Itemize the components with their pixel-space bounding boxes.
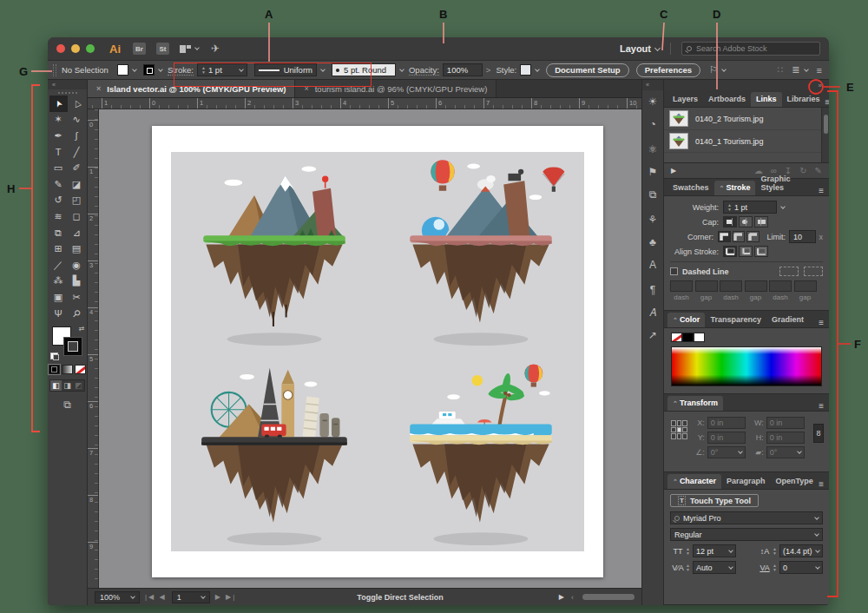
panel-menu-icon[interactable]: ≡ xyxy=(819,480,824,489)
tab-color[interactable]: ⌃Color xyxy=(667,313,705,327)
adobe-stock-search-input[interactable]: Search Adobe Stock xyxy=(681,42,820,56)
w-input[interactable]: 0 in xyxy=(766,417,805,429)
vertical-ruler[interactable]: 0123456789 xyxy=(88,109,99,588)
pin-icon[interactable]: ⚐ xyxy=(709,64,718,76)
toolbar-drag-handle[interactable] xyxy=(58,92,77,94)
tab-artboards[interactable]: Artboards xyxy=(703,92,751,107)
bridge-button[interactable]: Br xyxy=(133,43,146,55)
hand-tool[interactable]: Ψ xyxy=(49,306,68,322)
line-segment-tool[interactable]: ╱ xyxy=(68,144,86,161)
style-chevron-icon[interactable] xyxy=(535,67,540,72)
tab-paragraph[interactable]: Paragraph xyxy=(721,474,771,489)
grid-icon[interactable]: ∷ xyxy=(777,64,783,76)
tab-opentype[interactable]: OpenType xyxy=(770,474,818,489)
artboard-number-field[interactable]: 1 xyxy=(172,591,210,603)
reference-point-locator[interactable] xyxy=(671,420,687,439)
stroke-color-swatch[interactable] xyxy=(143,64,155,76)
status-back-icon[interactable]: ‹ xyxy=(571,593,574,602)
width-tool[interactable]: ≋ xyxy=(49,208,68,225)
island-landmarks-artwork[interactable] xyxy=(183,357,365,546)
black-swatch[interactable] xyxy=(682,333,694,342)
align-outside-button[interactable] xyxy=(754,246,768,257)
shaper-tool[interactable]: ✎ xyxy=(49,176,68,193)
panel-drag-handle[interactable] xyxy=(53,64,56,76)
tab-libraries[interactable]: Libraries xyxy=(782,92,825,107)
none-swatch[interactable] xyxy=(671,333,682,342)
color-button[interactable] xyxy=(49,365,60,374)
scale-tool[interactable]: ◰ xyxy=(68,193,86,209)
h-input[interactable]: 0 in xyxy=(766,432,805,444)
free-transform-tool[interactable]: ◻ xyxy=(68,208,86,225)
fill-chevron-icon[interactable] xyxy=(132,67,137,72)
zoom-tool[interactable]: ⚲ xyxy=(68,306,86,322)
opacity-submenu-arrow[interactable]: > xyxy=(486,65,491,75)
export-icon[interactable]: ↗ xyxy=(643,325,662,346)
first-artboard-icon[interactable]: |◀ ◀ xyxy=(145,593,167,601)
tab-swatches[interactable]: Swatches xyxy=(667,181,714,195)
tracking-input[interactable]: 0 xyxy=(779,561,823,574)
projecting-cap-button[interactable] xyxy=(754,216,768,227)
0140_2 Tourism.jpg[interactable]: 0140_2 Tourism.jpg xyxy=(664,108,821,130)
brush-definition-field[interactable]: 5 pt. Round xyxy=(332,63,396,76)
panel-expand-icon[interactable]: » xyxy=(664,80,829,90)
font-family-field[interactable]: Myriad Pro xyxy=(670,511,823,524)
magic-wand-tool[interactable]: ✶ xyxy=(49,112,68,129)
zoom-window-button[interactable] xyxy=(86,44,95,53)
type-tool[interactable]: T xyxy=(49,144,68,161)
arrange-documents-button[interactable] xyxy=(180,45,199,53)
change-screen-mode-icon[interactable]: ⧉ xyxy=(63,399,71,411)
gradient-button[interactable] xyxy=(62,365,73,374)
show-link-info-icon[interactable]: ▶ xyxy=(671,167,676,175)
kerning-input[interactable]: Auto xyxy=(693,561,736,574)
bevel-join-button[interactable] xyxy=(746,231,760,242)
document-setup-button[interactable]: Document Setup xyxy=(546,63,628,77)
rectangle-tool[interactable]: ▭ xyxy=(49,160,68,176)
close-tab-icon[interactable]: × xyxy=(304,84,308,93)
shear-input[interactable]: 0° xyxy=(766,446,805,458)
panel-menu-icon[interactable]: ≡ xyxy=(819,402,824,411)
curvature-tool[interactable]: ∫ xyxy=(68,128,86,144)
profile-chevron-icon[interactable] xyxy=(320,67,326,72)
symbol-sprayer-tool[interactable]: ⁂ xyxy=(49,274,68,290)
pin-chevron-icon[interactable] xyxy=(721,67,727,72)
artboard-tool[interactable]: ▣ xyxy=(49,289,68,306)
leading-input[interactable]: (14.4 pt) xyxy=(779,544,823,557)
miter-limit-input[interactable]: 10 xyxy=(789,230,816,243)
document-tab-island-vector[interactable]: × Island vector.ai @ 100% (CMYK/GPU Prev… xyxy=(88,80,295,97)
flag-icon[interactable]: ⚑ xyxy=(643,161,662,182)
pen-tool[interactable]: ✒ xyxy=(49,128,68,144)
stock-button[interactable]: St xyxy=(156,43,169,55)
rotate-tool[interactable]: ↺ xyxy=(49,193,68,209)
tab-gradient[interactable]: Gradient xyxy=(766,313,809,327)
tab-transform[interactable]: ⌃Transform xyxy=(667,396,723,411)
draw-normal-icon[interactable]: ◧ xyxy=(50,380,62,391)
status-expand-icon[interactable]: ▶ xyxy=(559,593,564,601)
minimize-window-button[interactable] xyxy=(71,44,80,53)
color-spectrum[interactable] xyxy=(671,346,822,386)
dash-gap-field[interactable]: gap xyxy=(794,280,817,301)
shape-builder-tool[interactable]: ⧉ xyxy=(49,225,68,241)
tab-layers[interactable]: Layers xyxy=(667,92,703,107)
stroke-weight-label[interactable]: Stroke: xyxy=(168,65,194,76)
tab-character[interactable]: ⌃Character xyxy=(667,474,721,489)
panel-menu-icon[interactable]: ≡ xyxy=(819,187,824,195)
lasso-tool[interactable]: ∿ xyxy=(68,112,86,129)
y-input[interactable]: 0 in xyxy=(707,432,746,444)
white-swatch[interactable] xyxy=(694,333,705,342)
node-magnifier-icon[interactable]: ⚛ xyxy=(643,139,662,160)
stepper-icon[interactable]: ▲▼ xyxy=(201,66,206,75)
dock-collapse-icon[interactable]: « xyxy=(642,80,663,90)
eraser-tool[interactable]: ◪ xyxy=(68,176,86,193)
x-input[interactable]: 0 in xyxy=(707,417,746,429)
column-graph-tool[interactable]: ▙ xyxy=(68,274,86,290)
horizontal-ruler[interactable]: 1012345678910 xyxy=(88,98,641,109)
swap-fill-stroke-icon[interactable]: ⇄ xyxy=(79,325,85,333)
0140_1 Tourism.jpg[interactable]: 0140_1 Tourism.jpg xyxy=(664,130,821,153)
character-styles-icon[interactable]: A xyxy=(643,254,662,275)
quarter-circle-icon[interactable]: ◔ xyxy=(643,114,662,135)
toolbar-collapse-icon[interactable]: « xyxy=(48,80,87,89)
default-fill-stroke-icon[interactable] xyxy=(50,353,58,359)
island-volcano-artwork[interactable] xyxy=(390,157,572,346)
dash-gap-field[interactable]: gap xyxy=(745,280,767,301)
paintbrush-tool[interactable]: ✐ xyxy=(68,160,86,176)
